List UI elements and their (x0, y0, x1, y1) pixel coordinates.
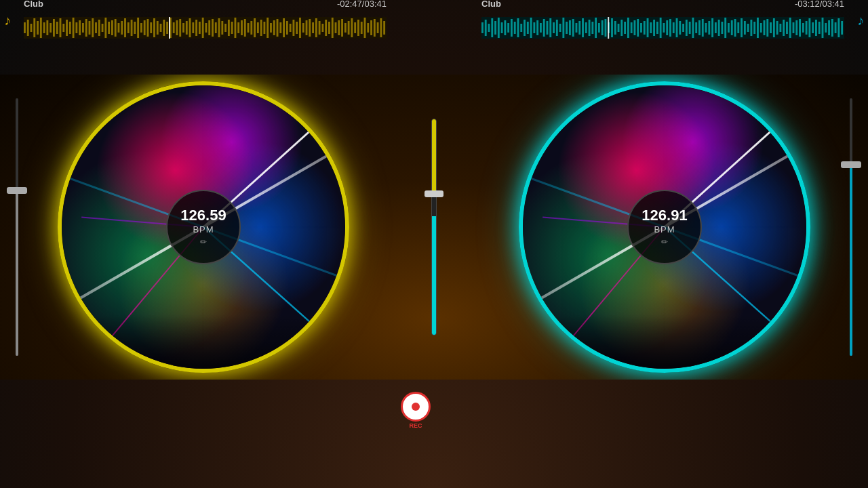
svg-rect-23 (95, 22, 97, 33)
deck-right: 126.91 BPM ✏ (461, 75, 868, 380)
svg-rect-78 (273, 20, 275, 35)
svg-rect-182 (695, 22, 697, 33)
track-title-left: Club (24, 0, 43, 9)
svg-rect-82 (286, 21, 288, 35)
crossfader-thumb[interactable] (425, 190, 443, 197)
svg-rect-5 (37, 21, 39, 35)
svg-rect-9 (50, 23, 52, 33)
svg-rect-111 (380, 18, 382, 37)
svg-rect-126 (514, 22, 516, 34)
svg-rect-203 (764, 20, 766, 35)
svg-rect-221 (822, 18, 824, 38)
waveform-visual-left[interactable] (24, 17, 387, 41)
volume-thumb-right[interactable] (841, 161, 861, 168)
turntable-left[interactable]: 126.59 BPM ✏ (58, 81, 349, 373)
waveform-svg-right (481, 17, 844, 39)
svg-rect-215 (802, 23, 804, 33)
svg-rect-43 (160, 24, 162, 32)
svg-rect-129 (524, 20, 526, 36)
svg-rect-48 (176, 20, 178, 35)
svg-rect-71 (250, 21, 252, 35)
svg-rect-177 (679, 21, 681, 35)
svg-rect-99 (341, 19, 343, 37)
svg-rect-10 (53, 19, 55, 37)
svg-rect-84 (292, 20, 294, 36)
svg-rect-74 (260, 20, 262, 36)
svg-rect-148 (585, 22, 587, 33)
rec-button[interactable]: REC (401, 392, 431, 422)
bpm-edit-left[interactable]: ✏ (200, 237, 207, 247)
turntable-right[interactable]: 126.91 BPM ✏ (519, 81, 810, 373)
volume-thumb-left[interactable] (7, 187, 27, 194)
volume-track-left (16, 98, 18, 356)
svg-rect-110 (377, 22, 379, 33)
waveform-svg-left (24, 17, 387, 39)
svg-rect-116 (481, 22, 484, 33)
bpm-edit-right[interactable]: ✏ (661, 237, 668, 247)
svg-rect-90 (312, 22, 314, 33)
svg-rect-169 (653, 20, 655, 36)
volume-slider-left[interactable] (7, 75, 27, 380)
svg-rect-53 (192, 22, 194, 33)
svg-rect-180 (689, 22, 691, 34)
svg-rect-213 (795, 20, 797, 35)
svg-rect-151 (595, 18, 597, 38)
svg-rect-209 (783, 20, 785, 36)
svg-rect-6 (40, 18, 42, 38)
svg-rect-16 (73, 18, 75, 38)
crossfader[interactable] (431, 119, 437, 336)
svg-rect-121 (498, 18, 500, 38)
svg-rect-190 (721, 22, 723, 34)
bpm-display-left[interactable]: 126.59 BPM ✏ (166, 190, 241, 264)
svg-rect-12 (60, 18, 62, 37)
waveform-visual-right[interactable] (481, 17, 844, 41)
bpm-display-right[interactable]: 126.91 BPM ✏ (627, 190, 702, 264)
svg-rect-168 (650, 22, 652, 33)
svg-rect-204 (766, 19, 768, 37)
svg-rect-98 (338, 20, 340, 35)
svg-rect-41 (153, 18, 155, 37)
music-note-left: ♪ (4, 12, 11, 28)
svg-rect-122 (501, 22, 503, 33)
svg-rect-77 (270, 23, 272, 33)
svg-rect-141 (562, 18, 564, 38)
svg-rect-153 (601, 20, 604, 35)
svg-rect-94 (325, 20, 327, 36)
svg-rect-189 (718, 20, 720, 36)
svg-rect-202 (760, 23, 762, 33)
svg-rect-56 (202, 18, 204, 38)
volume-slider-right[interactable] (841, 75, 861, 380)
svg-rect-145 (576, 23, 578, 33)
svg-rect-179 (686, 20, 688, 36)
svg-rect-172 (663, 23, 665, 33)
svg-rect-138 (553, 22, 555, 33)
main-area: 126.59 BPM ✏ (0, 75, 868, 380)
svg-rect-193 (731, 20, 733, 35)
svg-rect-211 (789, 18, 791, 38)
crossfader-fill-bottom (432, 216, 436, 335)
svg-rect-178 (682, 24, 684, 32)
svg-rect-60 (215, 22, 217, 33)
svg-rect-8 (46, 20, 48, 35)
svg-rect-133 (536, 20, 538, 35)
svg-rect-67 (237, 22, 239, 33)
svg-rect-224 (831, 19, 833, 37)
svg-rect-167 (647, 18, 649, 37)
svg-rect-25 (102, 24, 104, 32)
svg-rect-18 (79, 20, 81, 35)
svg-rect-45 (166, 22, 168, 34)
svg-rect-159 (620, 20, 623, 36)
svg-rect-207 (776, 21, 778, 35)
bpm-value-left: 126.59 (180, 207, 226, 224)
svg-rect-198 (747, 24, 749, 32)
svg-rect-226 (837, 18, 840, 37)
svg-rect-86 (299, 18, 301, 38)
svg-rect-52 (189, 18, 191, 37)
svg-rect-170 (656, 22, 658, 34)
svg-rect-173 (666, 20, 668, 35)
svg-rect-206 (773, 18, 775, 37)
svg-rect-19 (82, 23, 84, 33)
crossfader-fill-top (432, 119, 436, 195)
svg-rect-144 (572, 19, 574, 37)
svg-rect-187 (711, 18, 713, 37)
